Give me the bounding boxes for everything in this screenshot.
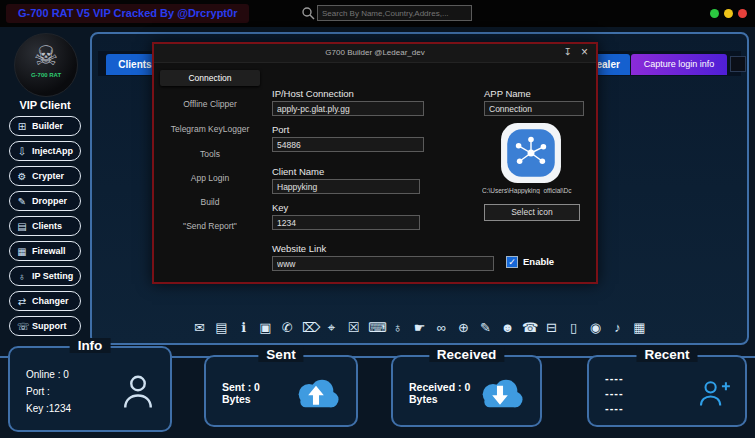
sidebar-item-builder[interactable]: ⊞Builder xyxy=(9,116,81,136)
website-link-label: Website Link xyxy=(272,243,326,254)
builder-dialog: G700 Builder @Ledear_dev ↧ × Connection … xyxy=(152,42,598,284)
key-readout: Key :1234 xyxy=(26,400,71,417)
sim-card-icon[interactable]: ▤ xyxy=(214,320,229,336)
camera-icon[interactable]: ◉ xyxy=(588,320,603,336)
sidebar-item-label: Clients xyxy=(32,221,62,231)
builder-icon: ⊞ xyxy=(17,121,27,132)
firewall-icon: ▦ xyxy=(17,246,27,257)
dialog-title: G700 Builder @Ledear_dev xyxy=(154,44,596,62)
card-icon: ▤ xyxy=(17,221,27,232)
yellow-dot[interactable] xyxy=(724,9,733,18)
pen-icon: ✎ xyxy=(17,196,27,207)
tab-overflow-button[interactable] xyxy=(730,56,746,72)
cloud-download-icon xyxy=(474,375,526,412)
user-add-icon[interactable]: ⊕ xyxy=(456,320,471,336)
sidebar-item-label: Dropper xyxy=(32,196,67,206)
link-icon[interactable]: ∞ xyxy=(434,320,449,336)
sidebar-item-support[interactable]: ☏Support xyxy=(9,316,81,336)
select-icon-button[interactable]: Select icon xyxy=(484,204,580,221)
globe-icon[interactable]: ♁ xyxy=(390,320,405,336)
received-panel: Received Received : 0 Bytes xyxy=(391,355,542,427)
recent-panel-title: Recent xyxy=(636,347,697,362)
android-icon[interactable]: ☻ xyxy=(500,320,515,336)
mobile-icon[interactable]: ▯ xyxy=(566,320,581,336)
sidebar-item-label: Support xyxy=(32,321,67,331)
menu-item-telegram-keylogger[interactable]: Telegram KeyLogger xyxy=(160,121,260,137)
id-card-icon[interactable]: ▣ xyxy=(258,320,273,336)
icon-path-text: C:\Users\Happyking_official\Dc xyxy=(482,187,600,194)
menu-item-connection[interactable]: Connection xyxy=(160,70,260,86)
app-title: G-700 RAT V5 VIP Cracked By @Drcrypt0r xyxy=(6,4,249,23)
red-dot[interactable] xyxy=(738,9,747,18)
gesture-icon[interactable]: ☛ xyxy=(412,320,427,336)
enable-checkbox[interactable]: ✓ xyxy=(506,256,518,268)
info-panel: Info Online : 0 Port : Key :1234 xyxy=(8,346,172,432)
sidebar-item-injectapp[interactable]: ⇩InjectApp xyxy=(9,141,81,161)
menu-item-build[interactable]: Build xyxy=(160,194,260,210)
app-name-label: APP Name xyxy=(484,88,531,99)
sidebar-item-changer[interactable]: ⇄Changer xyxy=(9,291,81,311)
folder-icon[interactable]: ⊟ xyxy=(544,320,559,336)
keyboard-icon[interactable]: ⌨ xyxy=(368,320,383,336)
location-icon[interactable]: ⌖ xyxy=(324,320,339,336)
trash-icon[interactable]: ⌦ xyxy=(302,320,317,336)
port-input[interactable] xyxy=(272,137,424,152)
recent-entry: ---- xyxy=(605,371,624,386)
globe-icon: ♁ xyxy=(17,271,27,282)
sidebar-item-ip-setting[interactable]: ♁IP Setting xyxy=(9,266,81,286)
sidebar-item-clients[interactable]: ▤Clients xyxy=(9,216,81,236)
enable-label: Enable xyxy=(523,256,554,267)
swap-icon: ⇄ xyxy=(17,296,27,307)
app-logo: ☠ G-700 RAT xyxy=(14,33,78,97)
sidebar-item-label: Crypter xyxy=(32,171,64,181)
menu-item-tools[interactable]: Tools xyxy=(160,146,260,162)
recent-entry: ---- xyxy=(605,401,624,416)
dialog-titlebar[interactable]: G700 Builder @Ledear_dev ↧ × xyxy=(154,44,596,63)
sidebar: ☠ G-700 RAT VIP Client ⊞Builder ⇩InjectA… xyxy=(2,30,88,348)
menu-item-app-login[interactable]: App Login xyxy=(160,170,260,186)
menu-item-offline-clipper[interactable]: Offline Clipper xyxy=(160,96,260,112)
sidebar-item-firewall[interactable]: ▦Firewall xyxy=(9,241,81,261)
sent-panel: Sent Sent : 0 Bytes xyxy=(204,355,358,427)
vip-client-label: VIP Client xyxy=(2,99,88,111)
tab-capture-login-info[interactable]: Capture login info xyxy=(631,54,727,75)
website-link-input[interactable] xyxy=(272,256,494,271)
window-controls xyxy=(710,9,747,18)
sidebar-item-label: IP Setting xyxy=(32,271,73,281)
ip-host-label: IP/Host Connection xyxy=(272,88,354,99)
email-icon[interactable]: ✉ xyxy=(192,320,207,336)
client-name-input[interactable] xyxy=(272,179,420,194)
port-label: Port xyxy=(272,124,289,135)
sidebar-item-label: Changer xyxy=(32,296,69,306)
inject-icon: ⇩ xyxy=(17,146,27,157)
sidebar-item-dropper[interactable]: ✎Dropper xyxy=(9,191,81,211)
download-icon[interactable]: ↧ xyxy=(564,46,572,57)
sidebar-item-crypter[interactable]: ⚙Crypter xyxy=(9,166,81,186)
cloud-upload-icon xyxy=(290,375,342,412)
user-icon xyxy=(120,371,156,411)
port-readout: Port : xyxy=(26,383,71,400)
apps-grid-icon[interactable]: ▦ xyxy=(632,320,647,336)
green-dot[interactable] xyxy=(710,9,719,18)
search-input[interactable] xyxy=(317,5,472,21)
sidebar-item-label: InjectApp xyxy=(32,146,73,156)
recent-entry: ---- xyxy=(605,386,624,401)
sidebar-item-label: Builder xyxy=(32,121,63,131)
received-bytes: Received : 0 Bytes xyxy=(409,381,474,405)
phone-icon[interactable]: ☎ xyxy=(522,320,537,336)
recent-panel: Recent ---- ---- ---- xyxy=(587,355,747,427)
ip-host-input[interactable] xyxy=(272,101,424,116)
user-block-icon[interactable]: ☒ xyxy=(346,320,361,336)
microphone-icon[interactable]: ♪ xyxy=(610,320,625,336)
app-icon-preview[interactable] xyxy=(500,122,562,184)
edit-icon[interactable]: ✎ xyxy=(478,320,493,336)
info-icon[interactable]: ℹ xyxy=(236,320,251,336)
logo-text: G-700 RAT xyxy=(15,72,77,78)
sent-panel-title: Sent xyxy=(258,347,303,362)
close-icon[interactable]: × xyxy=(581,45,588,59)
feature-icon-row: ✉ ▤ ℹ ▣ ✆ ⌦ ⌖ ☒ ⌨ ♁ ☛ ∞ ⊕ ✎ ☻ ☎ ⊟ ▯ ◉ ♪ … xyxy=(192,320,647,336)
key-input[interactable] xyxy=(272,215,420,230)
menu-item-send-report[interactable]: "Send Report" xyxy=(160,218,260,234)
app-name-input[interactable] xyxy=(484,101,584,116)
chat-icon[interactable]: ✆ xyxy=(280,320,295,336)
